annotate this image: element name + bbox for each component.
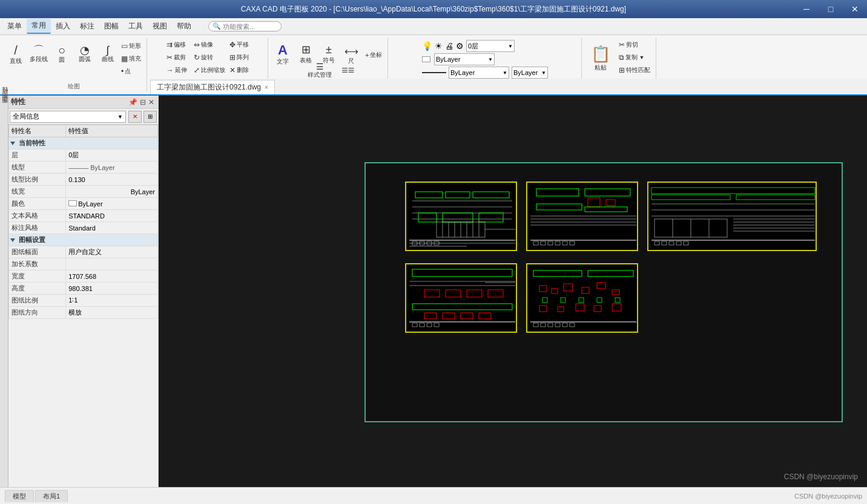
panel-pin-button[interactable]: 📌 [127, 98, 139, 106]
search-input[interactable] [223, 23, 277, 30]
move-icon: ✥ [229, 41, 236, 49]
symbol-icon: ± [326, 44, 332, 57]
color-combo[interactable]: ByLayer ▼ [434, 53, 495, 65]
draw-arc-button[interactable]: ◔ 圆弧 [74, 39, 96, 69]
layout-tab[interactable]: 布局1 [35, 490, 68, 502]
col-header-value: 特性值 [66, 125, 158, 137]
svg-rect-62 [676, 241, 681, 245]
linetype-combo[interactable]: ByLayer ▼ [449, 67, 509, 79]
copy-button[interactable]: ⧉复制▼ [617, 51, 652, 64]
prop-value-scale[interactable]: 1∶1 [66, 295, 158, 307]
modify-extend-button[interactable]: →延伸 [165, 64, 189, 76]
modify-delete-button[interactable]: ✕删除 [228, 64, 251, 76]
prop-value-paper-size[interactable]: 用户自定义 [66, 246, 158, 258]
svg-rect-42 [570, 241, 575, 245]
color-combo-value: ByLayer [436, 56, 460, 63]
linewidth-combo[interactable]: ByLayer ▼ [512, 67, 548, 79]
panel-combo[interactable]: 全局信息 ▼ [10, 111, 126, 123]
prop-value-extend[interactable] [66, 258, 158, 270]
svg-rect-44 [651, 195, 730, 200]
prop-value-orientation[interactable]: 横放 [66, 307, 158, 319]
prop-value-linetype[interactable]: ——— ByLayer [66, 162, 158, 174]
prop-value-textstyle[interactable]: STANDARD [66, 210, 158, 222]
draw-point-button[interactable]: •点 [119, 65, 143, 77]
svg-rect-75 [479, 313, 491, 319]
draw-rect-button[interactable]: ▭矩形 [119, 40, 143, 52]
draw-line-button[interactable]: / 直线 [5, 39, 27, 69]
svg-rect-82 [533, 270, 582, 277]
draw-circle-button[interactable]: ○ 圆 [51, 39, 73, 69]
panel-filter-button[interactable]: ⊞ [143, 111, 157, 123]
linetype-combo-arrow: ▼ [503, 70, 507, 76]
draw-curve-button[interactable]: ∫ 曲线 [97, 39, 119, 69]
prop-value-height[interactable]: 980.381 [66, 283, 158, 295]
svg-rect-72 [424, 313, 437, 319]
document-tab-close[interactable]: × [265, 84, 268, 91]
modify-trim-button[interactable]: ✂裁剪 [165, 51, 189, 64]
prop-value-width[interactable]: 1707.568 [66, 270, 158, 283]
annotation-coord-button[interactable]: +坐标 [363, 49, 384, 61]
linewidth-combo-arrow: ▼ [541, 70, 546, 76]
dim-icon: ⟷ [344, 45, 358, 57]
main-canvas[interactable]: CSDN @biyezuopinvip [159, 96, 867, 487]
panel-filter-icon: ⊞ [148, 113, 153, 120]
sidebar-blocks-tab[interactable]: 图块 [0, 105, 8, 110]
svg-rect-94 [615, 298, 620, 303]
properties-match-button[interactable]: ⊞特性匹配 [617, 64, 652, 76]
modify-offset-button[interactable]: ⇉偏移 [165, 39, 189, 51]
sidebar-properties-tab[interactable]: 特性 [0, 96, 8, 100]
prop-name-layer: 层 [9, 149, 66, 162]
cut-button[interactable]: ✂剪切 [617, 39, 652, 51]
drawing-svg-5 [527, 264, 638, 333]
svg-rect-28 [588, 198, 600, 207]
menu-item-menu[interactable]: 菜单 [2, 19, 27, 33]
menu-item-dimension[interactable]: 标注 [75, 19, 99, 33]
model-tab[interactable]: 模型 [5, 490, 34, 502]
section-layout-header: 图幅设置 [9, 234, 158, 246]
svg-rect-60 [662, 241, 667, 245]
svg-rect-99 [612, 304, 621, 311]
statusbar: 模型 布局1 CSDN @biyezuopinvip [0, 487, 867, 504]
draw-polyline-button[interactable]: ⌒ 多段线 [28, 39, 50, 69]
prop-value-color[interactable]: ByLayer [66, 198, 158, 210]
prop-value-linewidth[interactable]: ByLayer [66, 186, 158, 198]
dimension-align-icon: ≡≡ [341, 64, 354, 77]
draw-hatch-button[interactable]: ▦填充 [119, 53, 143, 65]
panel-float-button[interactable]: ⊟ [139, 98, 147, 106]
panel-search-button[interactable]: ✕ [128, 111, 142, 123]
svg-rect-38 [541, 241, 546, 245]
svg-rect-9 [479, 213, 503, 222]
sidebar-layers-tab[interactable]: 图层 [0, 100, 8, 105]
document-tab[interactable]: 工字梁加固施工图设计0921.dwg × [150, 80, 275, 94]
panel-close-button[interactable]: ✕ [147, 98, 156, 106]
rect-icon: ▭ [121, 42, 128, 50]
modify-mirror-button[interactable]: ⇔镜像 [192, 39, 227, 51]
minimize-button[interactable]: ─ [794, 0, 819, 18]
prop-row-width: 宽度 1707.568 [9, 270, 158, 283]
sun-icon: ☀ [435, 41, 443, 51]
svg-rect-37 [533, 241, 538, 245]
modify-array-button[interactable]: ⊞阵列 [228, 51, 251, 64]
paste-button[interactable]: 📋 粘贴 [585, 39, 616, 78]
menu-item-view[interactable]: 视图 [148, 19, 172, 33]
modify-rotate-button[interactable]: ↻旋转 [192, 51, 227, 64]
menu-item-help[interactable]: 帮助 [172, 19, 196, 33]
layer-combo[interactable]: 0层 ▼ [466, 40, 515, 52]
modify-scale-button[interactable]: ⤢比例缩放 [192, 64, 227, 76]
menu-item-layout[interactable]: 图幅 [99, 19, 124, 33]
annotation-text-button[interactable]: A 文字 [272, 39, 294, 69]
search-box[interactable]: 🔍 [208, 21, 282, 31]
menu-item-insert[interactable]: 插入 [51, 19, 75, 33]
prop-value-linetype-scale[interactable]: 0.130 [66, 174, 158, 186]
drawing-thumb-4 [405, 263, 517, 333]
close-button[interactable]: ✕ [843, 0, 867, 18]
lamp-icon: 💡 [422, 41, 432, 51]
modify-move-button[interactable]: ✥平移 [228, 39, 251, 51]
svg-rect-77 [412, 323, 417, 327]
menu-item-common[interactable]: 常用 [27, 19, 51, 34]
menu-item-tools[interactable]: 工具 [124, 19, 148, 33]
maximize-button[interactable]: □ [819, 0, 843, 18]
prop-value-dimstyle[interactable]: Standard [66, 222, 158, 234]
prop-value-layer[interactable]: 0层 [66, 149, 158, 162]
document-tab-title: 工字梁加固施工图设计0921.dwg [157, 82, 261, 93]
